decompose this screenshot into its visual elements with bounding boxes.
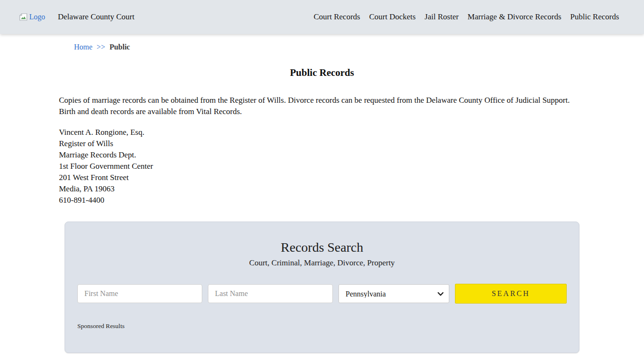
breadcrumb-separator: >> [97,43,105,51]
nav-item-marriage-divorce-records[interactable]: Marriage & Divorce Records [468,12,561,22]
contact-line-floor: 1st Floor Government Center [59,161,585,172]
intro-paragraph: Copies of marriage records can be obtain… [59,95,585,117]
sponsored-results-label: Sponsored Results [77,322,567,330]
site-title: Delaware County Court [58,12,134,22]
page-title: Public Records [0,67,644,79]
broken-image-icon [19,13,28,21]
contact-line-name: Vincent A. Rongione, Esq. [59,127,585,138]
contact-line-office: Register of Wills [59,138,585,149]
first-name-input[interactable] [77,284,202,303]
main-nav: Court Records Court Dockets Jail Roster … [314,12,619,22]
last-name-input[interactable] [208,284,333,303]
contact-line-street: 201 West Front Street [59,172,585,183]
content-container: Copies of marriage records can be obtain… [59,95,585,206]
search-panel-subtitle: Court, Criminal, Marriage, Divorce, Prop… [77,258,567,268]
main-content: Home >> Public Public Records Copies of … [0,43,644,353]
contact-block: Vincent A. Rongione, Esq. Register of Wi… [59,127,585,206]
state-select-wrap: Pennsylvania [339,284,449,304]
logo-link[interactable]: Logo [19,13,45,21]
breadcrumb: Home >> Public [74,43,644,51]
nav-item-court-records[interactable]: Court Records [314,12,360,22]
state-select[interactable]: Pennsylvania [339,284,449,303]
breadcrumb-home-link[interactable]: Home [74,43,92,51]
search-button[interactable]: SEARCH [455,284,567,304]
contact-line-dept: Marriage Records Dept. [59,149,585,161]
brand: Logo Delaware County Court [19,12,134,22]
search-form: Pennsylvania SEARCH [77,284,567,304]
logo-alt-text: Logo [29,13,45,21]
contact-line-city: Media, PA 19063 [59,183,585,195]
breadcrumb-current: Public [109,43,130,51]
records-search-panel: Records Search Court, Criminal, Marriage… [65,222,579,353]
search-panel-title: Records Search [77,240,567,255]
nav-item-jail-roster[interactable]: Jail Roster [425,12,459,22]
nav-item-public-records[interactable]: Public Records [570,12,619,22]
site-header: Logo Delaware County Court Court Records… [0,0,644,34]
nav-item-court-dockets[interactable]: Court Dockets [369,12,416,22]
contact-line-phone: 610-891-4400 [59,195,585,206]
